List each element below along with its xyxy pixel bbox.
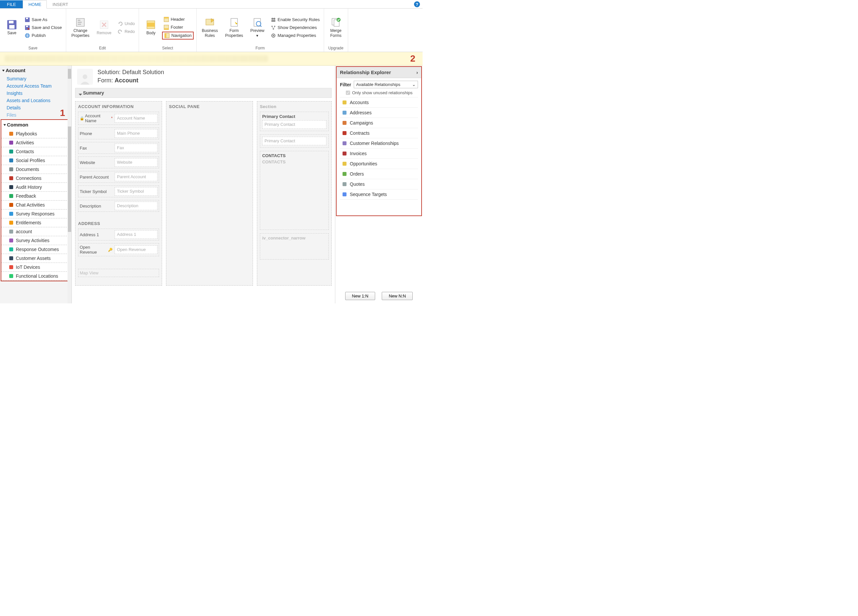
svg-rect-36: [9, 132, 13, 136]
footer-button[interactable]: Footer: [162, 24, 193, 31]
nav-item-entitlements[interactable]: Entitlements: [1, 218, 70, 227]
form-properties-button[interactable]: Form Properties: [222, 17, 246, 39]
navigation-button[interactable]: Navigation: [162, 32, 193, 39]
save-close-button[interactable]: Save and Close: [23, 24, 63, 31]
left-nav[interactable]: Account SummaryAccount Access TeamInsigh…: [0, 65, 72, 303]
nav-item-iot-devices[interactable]: IoT Devices: [1, 263, 70, 272]
nav-item-account[interactable]: account: [1, 227, 70, 236]
field-address-1[interactable]: Address 1Address 1: [78, 229, 159, 241]
field-phone[interactable]: PhoneMain Phone: [78, 128, 159, 139]
nav-link-assets-and-locations[interactable]: Assets and Locations: [0, 97, 72, 104]
field-input[interactable]: Parent Account: [115, 173, 157, 181]
rel-item-orders[interactable]: Orders: [340, 169, 418, 179]
business-rules-label: Business Rules: [202, 28, 218, 38]
field-website[interactable]: WebsiteWebsite: [78, 157, 159, 168]
field-ticker-symbol[interactable]: Ticker SymbolTicker Symbol: [78, 185, 159, 197]
field-input[interactable]: Description: [115, 202, 157, 210]
tab-file[interactable]: FILE: [0, 0, 23, 8]
new-nn-button[interactable]: New N:N: [382, 292, 413, 300]
managed-properties-button[interactable]: Managed Properties: [269, 32, 321, 39]
field-account-name[interactable]: 🔒Account Name*Account Name: [78, 112, 159, 125]
field-parent-account[interactable]: Parent AccountParent Account: [78, 171, 159, 183]
rel-item-addresses[interactable]: Addresses: [340, 108, 418, 118]
enable-security-button[interactable]: Enable Security Roles: [269, 16, 321, 23]
field-input[interactable]: Address 1: [115, 230, 157, 239]
rel-item-invoices[interactable]: Invoices: [340, 149, 418, 159]
field-description[interactable]: DescriptionDescription: [78, 200, 159, 212]
form-column-1[interactable]: ACCOUNT INFORMATION 🔒Account Name*Accoun…: [75, 101, 162, 286]
field-input[interactable]: Website: [115, 158, 157, 167]
field-fax[interactable]: FaxFax: [78, 142, 159, 154]
nav-item-activities[interactable]: Activities: [1, 138, 70, 147]
show-dependencies-button[interactable]: Show Dependencies: [269, 24, 321, 31]
nav-item-response-outcomes[interactable]: Response Outcomes: [1, 245, 70, 254]
field-input[interactable]: Account Name: [115, 114, 157, 123]
only-unused-checkbox[interactable]: [346, 90, 350, 95]
map-view-row[interactable]: Map View: [78, 269, 159, 277]
filter-select[interactable]: Available Relationships ⌄: [354, 81, 418, 88]
tab-home[interactable]: HOME: [23, 0, 47, 9]
rel-item-sequence-targets[interactable]: Sequence Targets: [340, 190, 418, 200]
nav-link-summary[interactable]: Summary: [0, 75, 72, 82]
remove-button[interactable]: Remove: [94, 19, 114, 36]
nav-section-common[interactable]: Common: [1, 120, 70, 129]
field-input[interactable]: Main Phone: [115, 129, 157, 138]
nav-item-survey-responses[interactable]: Survey Responses: [1, 210, 70, 218]
merge-forms-button[interactable]: Merge Forms: [327, 17, 345, 39]
nav-item-contacts[interactable]: Contacts: [1, 147, 70, 156]
primary-contact-section[interactable]: Primary Contact Primary Contact: [260, 112, 329, 131]
merge-forms-label: Merge Forms: [330, 28, 342, 38]
publish-button[interactable]: Publish: [23, 32, 63, 39]
nav-item-documents[interactable]: Documents: [1, 165, 70, 174]
help-icon[interactable]: ?: [414, 1, 420, 7]
svg-point-53: [83, 75, 87, 79]
nav-item-audit-history[interactable]: Audit History: [1, 183, 70, 192]
nav-item-functional-locations[interactable]: Functional Locations: [1, 272, 70, 281]
nav-link-insights[interactable]: Insights: [0, 90, 72, 97]
nav-item-playbooks[interactable]: Playbooks: [1, 129, 70, 138]
nav-item-connections[interactable]: Connections: [1, 174, 70, 183]
nav-item-survey-activities[interactable]: Survey Activities: [1, 236, 70, 245]
contacts-section[interactable]: CONTACTS CONTACTS: [260, 151, 329, 230]
undo-button[interactable]: Undo: [116, 20, 136, 27]
iv-connector-section[interactable]: iv_connector_narrow: [260, 233, 329, 260]
rel-item-quotes[interactable]: Quotes: [340, 179, 418, 190]
change-properties-button[interactable]: Change Properties: [69, 17, 92, 39]
field-input[interactable]: Open Revenue: [115, 246, 157, 254]
nav-link-account-access-team[interactable]: Account Access Team: [0, 82, 72, 90]
header-button[interactable]: Header: [162, 16, 193, 23]
rel-item-campaigns[interactable]: Campaigns: [340, 118, 418, 128]
form-column-2[interactable]: SOCIAL PANE: [166, 101, 253, 286]
nav-item-social-profiles[interactable]: Social Profiles: [1, 156, 70, 165]
chevron-right-icon[interactable]: ›: [416, 70, 418, 75]
tab-insert[interactable]: INSERT: [47, 0, 73, 8]
relationship-explorer-header[interactable]: Relationship Explorer ›: [337, 67, 421, 78]
rel-item-customer-relationships[interactable]: Customer Relationships: [340, 138, 418, 149]
new-1n-button[interactable]: New 1:N: [345, 292, 376, 300]
nav-item-customer-assets[interactable]: Customer Assets: [1, 254, 70, 263]
redo-button[interactable]: Redo: [116, 28, 136, 35]
left-scrollbar[interactable]: [67, 65, 72, 303]
nav-item-feedback[interactable]: Feedback: [1, 192, 70, 201]
body-button[interactable]: Body: [141, 19, 160, 36]
svg-rect-10: [78, 22, 82, 23]
nav-item-chat-activities[interactable]: Chat Activities: [1, 201, 70, 210]
nav-section-account[interactable]: Account: [0, 65, 72, 75]
primary-contact-field[interactable]: Primary Contact: [262, 120, 326, 129]
field-open-revenue[interactable]: Open Revenue🔑Open Revenue: [78, 243, 159, 256]
primary-contact-section-2[interactable]: Primary Contact: [260, 134, 329, 148]
field-input[interactable]: Fax: [115, 144, 157, 152]
rel-item-accounts[interactable]: Accounts: [340, 98, 418, 108]
form-column-3[interactable]: Section Primary Contact Primary Contact …: [257, 101, 332, 286]
rel-item-opportunities[interactable]: Opportunities: [340, 159, 418, 169]
save-as-button[interactable]: Save As: [23, 16, 63, 23]
undo-icon: [117, 21, 123, 27]
field-input[interactable]: Ticker Symbol: [115, 187, 157, 196]
primary-contact-field-2[interactable]: Primary Contact: [262, 137, 326, 145]
solution-label: Solution: Default Solution: [98, 69, 164, 76]
tab-summary[interactable]: Summary: [75, 88, 332, 98]
preview-button[interactable]: Preview▾: [248, 17, 267, 39]
save-button[interactable]: Save: [3, 19, 21, 36]
rel-item-contracts[interactable]: Contracts: [340, 128, 418, 138]
business-rules-button[interactable]: Business Rules: [199, 17, 221, 39]
